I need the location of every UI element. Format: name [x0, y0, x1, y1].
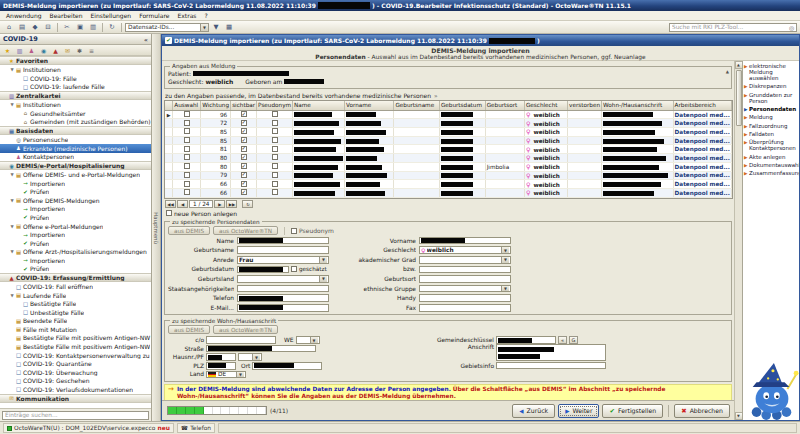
match-table-row[interactable]: 80♀ weiblichDatenpool med... [165, 154, 732, 163]
sidebar-section-favoriten[interactable]: ★Favoriten [0, 56, 151, 65]
menu-item-formulare[interactable]: Formulare [135, 11, 173, 20]
dropdown-arrow-icon[interactable]: ▼ [200, 24, 208, 31]
column-geburtsdatum[interactable]: Geburtsdatum [439, 101, 485, 110]
sidebar-item-importieren[interactable]: →Importieren [0, 205, 151, 214]
dataset-id-combobox[interactable]: Datensatz-IDs... ▼ [125, 23, 209, 32]
visible-checkbox[interactable] [241, 181, 247, 187]
row-select-checkbox[interactable] [184, 163, 190, 169]
sidebar-section-demis-e-portal-hospitalisierung[interactable]: ◉DEMIS/e-Portal/Hospitalisierung [0, 161, 151, 170]
sidebar-search-box[interactable] [2, 411, 149, 420]
sidebar-item-pr-fen[interactable]: ✔Prüfen [0, 213, 151, 222]
paste-icon[interactable]: ▥ [87, 22, 99, 33]
new-person-checkbox[interactable] [166, 210, 172, 216]
dropdown-arrow-icon[interactable]: ▼ [310, 337, 318, 343]
sidebar-item-covid-19-geschehen[interactable]: □COVID-19: Geschehen [0, 376, 151, 385]
row-select-checkbox[interactable] [184, 189, 190, 195]
sidebar-item-importieren[interactable]: →Importieren [0, 179, 151, 188]
sidebar-item-erkrankte-medizinische-personen[interactable]: ♟Erkrankte (medizinische Personen) [0, 144, 151, 153]
sidebar-item-offene-e-portal-meldungen[interactable]: ▼▤Offene e-Portal-Meldungen [0, 222, 151, 231]
visible-checkbox[interactable] [241, 111, 247, 117]
pseudonym-checkbox[interactable] [272, 111, 278, 117]
pseudonym-checkbox[interactable] [272, 128, 278, 134]
row-select-checkbox[interactable] [184, 111, 190, 117]
prev-page-button[interactable]: ◀ [177, 200, 188, 208]
sidebar-item-covid-19-fall-er-ffnen[interactable]: □COVID-19: Fall eröffnen [0, 282, 151, 291]
gear-icon[interactable]: ✱ [74, 46, 85, 55]
person-from-octoware-button[interactable]: aus OctoWare®TN [213, 226, 278, 235]
wizard-step-grunddaten-zur-person[interactable]: ▶Grunddaten zur Person [744, 92, 798, 106]
pseudonym-checkbox[interactable] [272, 137, 278, 143]
sidebar-item-covid-19-f-lle[interactable]: □COVID-19: Fälle [0, 74, 151, 83]
match-table-row[interactable]: 66♀ weiblichDatenpool med... [165, 180, 732, 189]
scrollbar-thumb[interactable] [736, 70, 742, 126]
field-e-mail[interactable] [237, 304, 329, 312]
pseudonym-checkbox[interactable] [272, 146, 278, 152]
field-geschlecht[interactable]: ♀weiblich▼ [419, 246, 511, 254]
sidebar-item-laufende-f-lle[interactable]: ▼▤Laufende Fälle [0, 291, 151, 300]
field-handy[interactable] [419, 294, 511, 302]
sidebar-item-institutionen[interactable]: ▼▤Institutionen [0, 65, 151, 74]
visible-checkbox[interactable] [241, 189, 247, 195]
save-icon[interactable]: ◆ [29, 22, 41, 33]
next-page-button[interactable]: ▶ [214, 200, 225, 208]
first-page-button[interactable]: ◀◀ [165, 200, 176, 208]
menu-item-anwendung[interactable]: Anwendung [2, 11, 46, 20]
sidebar-search-input[interactable] [3, 412, 148, 418]
visible-checkbox[interactable] [241, 128, 247, 134]
match-table-row[interactable]: 66♀ weiblichDatenpool med... [165, 188, 732, 197]
cancel-button[interactable]: ✖ Abbrechen [674, 404, 730, 418]
sidebar-item-personensuche[interactable]: ◎Personensuche [0, 135, 151, 144]
menu-item-x[interactable]: ? [200, 11, 211, 20]
geschaetzt-checkbox[interactable] [291, 266, 297, 272]
pseudonym-checkbox[interactable] [272, 181, 278, 187]
match-table-row[interactable]: 85♀ weiblichDatenpool med... [165, 128, 732, 137]
visible-checkbox[interactable] [241, 154, 247, 160]
dropdown-arrow-icon[interactable]: ▼ [501, 257, 509, 263]
column-geburtsname[interactable]: Geburtsname [394, 101, 440, 110]
next-button[interactable]: ▶ Weiter [558, 404, 599, 418]
municipality-back-button[interactable]: « [558, 336, 567, 344]
sidebar-item-offene-demis-und-e-portal-meldungen[interactable]: ▼▤Offene DEMIS- und e-Portal-Meldungen [0, 170, 151, 179]
housenumber-input[interactable] [206, 353, 236, 361]
address-from-demis-button[interactable]: aus DEMIS [168, 325, 210, 334]
folder-icon[interactable]: ▤ [16, 22, 28, 33]
sidebar-item-kontaktpersonen[interactable]: ♟Kontaktpersonen [0, 153, 151, 162]
row-select-checkbox[interactable] [184, 146, 190, 152]
visible-checkbox[interactable] [241, 120, 247, 126]
country-combo[interactable]: DE ▼ [206, 371, 246, 379]
home-icon[interactable]: ⌂ [3, 22, 15, 33]
municipality-key-input[interactable] [496, 336, 556, 344]
sidebar-header[interactable]: COVID-19 « [0, 34, 151, 45]
field-akademischer-grad[interactable]: ▼ [419, 256, 511, 264]
mail-icon[interactable]: ✉ [62, 46, 73, 55]
phone-panel[interactable]: ☎ Telefon [177, 423, 215, 433]
back-button[interactable]: ◀ Zurück [512, 404, 555, 418]
pseudonym-checkbox[interactable] [272, 154, 278, 160]
star-icon[interactable]: ★ [2, 46, 13, 55]
row-select-checkbox[interactable] [184, 181, 190, 187]
dropdown-arrow-icon[interactable]: ▼ [501, 286, 509, 292]
wizard-step-elektronische-meldung-ausw-hlen[interactable]: ▶elektronische Meldung auswählen [744, 63, 798, 83]
sidebar-item-best-tigte-f-lle-mit-positivem-antigen-n[interactable]: ▤Bestätigte Fälle mit positivem Antigen-… [0, 342, 151, 351]
sidebar-item-institutionen[interactable]: ▼▤Institutionen [0, 100, 151, 109]
sidebar-item-importieren[interactable]: →Importieren [0, 256, 151, 265]
column-geburtsort[interactable]: Geburtsort [485, 101, 524, 110]
sidebar-section-basisdaten[interactable]: ▦Basisdaten [0, 126, 151, 135]
sidebar-item-covid-19-laufende-f-lle[interactable]: □COVID-19: laufende Fälle [0, 82, 151, 91]
anschrift-box[interactable] [496, 344, 606, 361]
sidebar-item-offene-arzt-hospitalisierungsmeldungen[interactable]: ▼▤Offene Arzt-/Hospitalisierungsmeldunge… [0, 247, 151, 256]
gebietsinfo-input[interactable] [496, 362, 606, 370]
collapse-sidebar-icon[interactable]: « [144, 36, 148, 43]
dropdown-arrow-icon[interactable]: ▼ [252, 354, 260, 360]
column-vorname[interactable]: Vorname [345, 101, 394, 110]
sidebar-item-gemeinden-mit-zust-ndigen-beh-rden[interactable]: ⌂Gemeinden (mit zuständigen Behörden) [0, 118, 151, 127]
sidebar-item-offene-demis-meldungen[interactable]: ▼▤Offene DEMIS-Meldungen [0, 196, 151, 205]
hauptmenu-strip[interactable]: Hauptmenü [152, 34, 161, 421]
menu-item-extras[interactable]: Extras [173, 11, 200, 20]
finish-button[interactable]: ✔ Fertigstellen [602, 404, 663, 418]
dropdown-arrow-icon[interactable]: ▼ [319, 276, 327, 282]
dropdown-arrow-icon[interactable]: ▼ [236, 372, 244, 378]
visible-checkbox[interactable] [241, 172, 247, 178]
menu-item-einstellungen[interactable]: Einstellungen [87, 11, 136, 20]
refresh-icon[interactable]: ↻ [242, 200, 253, 208]
